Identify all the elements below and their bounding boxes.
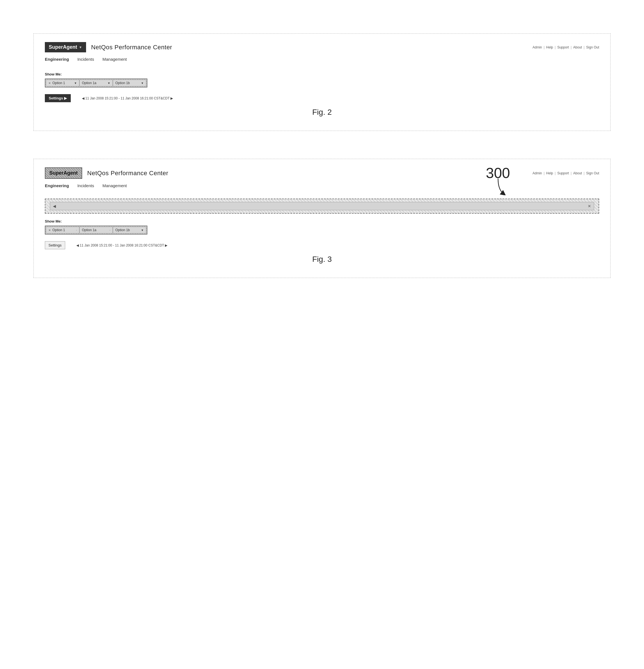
sign-out-link-fig3[interactable]: Sign Out [586,171,599,175]
show-me-label-fig3: Show Me: [45,219,599,223]
settings-row-fig3: Settings ◀ 11 Jan 2008 15:21:00 - 11 Jan… [45,241,599,249]
support-link-fig3[interactable]: Support [557,171,569,175]
figure-2: SuperAgent ▼ NetQos Performance Center A… [33,33,611,131]
select-option1b-fig2[interactable]: Option 1b ▼ [113,80,146,86]
select-val-1-fig3: Option 1 [52,228,65,232]
select-val-1b-fig3: Option 1b [115,228,130,232]
app-title-fig2: NetQos Performance Center [91,44,172,51]
figure-3: 300 SuperAgent NetQos Performance Center… [33,159,611,278]
select-option1-fig3[interactable]: ✕ Option 1 · [46,227,80,233]
logo-arrow: ▼ [79,45,82,49]
search-text [58,204,586,208]
nav-incidents-fig3[interactable]: Incidents [77,183,94,188]
superagent-logo[interactable]: SuperAgent ▼ [45,42,86,52]
nav-management-fig2[interactable]: Management [102,57,127,61]
support-link[interactable]: Support [557,45,569,49]
admin-link[interactable]: Admin [533,45,542,49]
app-header-fig3: SuperAgent NetQos Performance Center Adm… [45,167,599,179]
chevron-icon-1a-fig3: · [110,229,110,232]
x-icon-1: ✕ [48,82,51,85]
settings-button-fig2[interactable]: Settings ▶ [45,94,71,102]
nav-incidents-fig2[interactable]: Incidents [77,57,94,61]
app-title-fig3: NetQos Performance Center [87,170,168,177]
select-option1a-fig2[interactable]: Option 1a ▼ [80,80,113,86]
fig3-caption: Fig. 3 [45,255,599,264]
select-val-1: Option 1 [52,81,65,85]
chevron-down-icon-1b: ▼ [141,82,144,85]
show-me-select-group-fig2: ✕ Option 1 ▼ Option 1a ▼ Option 1b ▼ [45,79,147,87]
nav-engineering-fig2[interactable]: Engineering [45,57,69,61]
admin-link-fig3[interactable]: Admin [533,171,542,175]
time-range-fig3: ◀ 11 Jan 2008 15:21:00 - 11 Jan 2008 16:… [76,243,168,247]
chevron-icon-1-fig3: · [76,229,77,232]
app-header-fig2: SuperAgent ▼ NetQos Performance Center A… [45,42,599,52]
logo-text: SuperAgent [49,44,77,50]
about-link-fig3[interactable]: About [573,171,582,175]
sign-out-link[interactable]: Sign Out [586,45,599,49]
help-link-fig3[interactable]: Help [546,171,553,175]
chevron-icon-1b-fig3: ▼ [141,229,144,232]
select-option1b-fig3[interactable]: Option 1b ▼ [113,227,146,233]
show-me-select-group-fig3: ✕ Option 1 · Option 1a · Option 1b ▼ [45,226,147,234]
select-val-1a-fig3: Option 1a [82,228,96,232]
chevron-down-icon-1a: ▼ [108,82,110,85]
search-input-bar[interactable]: ◀ ✕ [50,202,594,210]
show-me-section-fig2: Show Me: ✕ Option 1 ▼ Option 1a ▼ Option… [45,72,599,87]
superagent-logo-fig3[interactable]: SuperAgent [45,167,82,179]
nav-management-fig3[interactable]: Management [102,183,127,188]
nav-bar-fig3: Engineering Incidents Management [45,183,599,190]
show-me-section-fig3: Show Me: ✕ Option 1 · Option 1a · Option… [45,219,599,234]
show-me-row-fig2: ✕ Option 1 ▼ Option 1a ▼ Option 1b ▼ [45,79,599,87]
close-icon[interactable]: ✕ [588,204,591,208]
search-bar-container: ◀ ✕ [45,199,599,214]
time-range-fig2: ◀ 11 Jan 2008 15:21:00 - 11 Jan 2008 16:… [82,96,173,100]
show-me-label-fig2: Show Me: [45,72,599,76]
header-left: SuperAgent ▼ NetQos Performance Center [45,42,172,52]
header-links-fig2: Admin | Help | Support | About | Sign Ou… [533,45,599,49]
search-icon: ◀ [53,204,56,208]
annotation-arrow-icon [490,179,506,195]
settings-row-fig2: Settings ▶ ◀ 11 Jan 2008 15:21:00 - 11 J… [45,94,599,102]
header-left-fig3: SuperAgent NetQos Performance Center [45,167,168,179]
x-icon-fig3: ✕ [48,229,51,232]
about-link[interactable]: About [573,45,582,49]
fig2-caption: Fig. 2 [45,108,599,117]
select-val-1b: Option 1b [115,81,130,85]
nav-engineering-fig3[interactable]: Engineering [45,183,69,188]
chevron-down-icon-1: ▼ [74,82,77,85]
nav-bar-fig2: Engineering Incidents Management [45,57,599,64]
select-option1a-fig3[interactable]: Option 1a · [80,227,113,233]
help-link[interactable]: Help [546,45,553,49]
select-val-1a: Option 1a [82,81,96,85]
show-me-row-fig3: ✕ Option 1 · Option 1a · Option 1b ▼ [45,226,599,234]
settings-button-fig3[interactable]: Settings [45,241,65,249]
header-links-fig3: Admin | Help | Support | About | Sign Ou… [533,171,599,175]
select-option1-fig2[interactable]: ✕ Option 1 ▼ [46,80,80,86]
logo-text-fig3: SuperAgent [49,170,78,176]
